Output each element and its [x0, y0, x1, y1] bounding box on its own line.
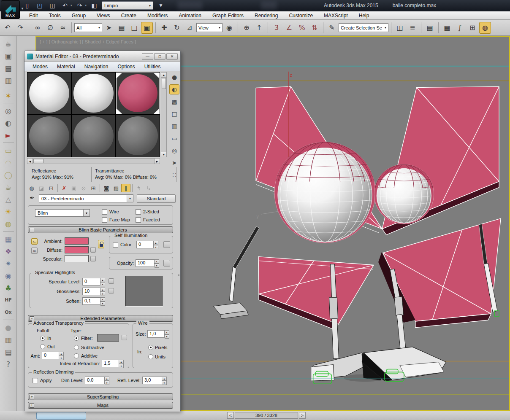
material-sample-slot-4[interactable]: [27, 115, 71, 157]
face-map-checkbox[interactable]: [102, 217, 107, 223]
glossiness-map-button[interactable]: [109, 288, 114, 293]
spin-down-icon[interactable]: ▼: [105, 381, 109, 385]
bind-to-space-warp-icon[interactable]: ≈: [57, 22, 69, 34]
sphere-primitive-icon[interactable]: ◯: [2, 169, 15, 181]
diffuse-map-button[interactable]: [90, 247, 96, 253]
material-editor-options-icon[interactable]: ◎: [169, 145, 179, 156]
minimize-button[interactable]: —: [142, 53, 153, 60]
material-editor-menu-options[interactable]: Options: [113, 63, 139, 70]
unlink-selection-icon[interactable]: ∅: [44, 22, 56, 34]
render-production-icon[interactable]: ☕: [2, 38, 15, 50]
material-editor-menu-material[interactable]: Material: [52, 63, 80, 70]
spin-up-icon[interactable]: ▲: [154, 241, 158, 245]
chevron-down-icon[interactable]: ▾: [219, 26, 220, 30]
menu-views[interactable]: Views: [91, 12, 116, 19]
amt-value[interactable]: 0: [42, 352, 59, 359]
hair-fur-icon[interactable]: HF: [2, 294, 15, 306]
material-id-channel-icon[interactable]: ◙: [102, 184, 111, 192]
spin-up-icon[interactable]: ▲: [100, 288, 105, 292]
scroll-thumb[interactable]: [33, 159, 43, 163]
wire-size-spinner[interactable]: 1,0 ▲▼: [147, 330, 169, 338]
application-menu-button[interactable]: MAX: [1, 0, 20, 19]
spin-down-icon[interactable]: ▼: [59, 356, 64, 360]
make-preview-icon[interactable]: ▭: [169, 133, 179, 143]
cone-primitive-icon[interactable]: △: [2, 193, 15, 205]
camera-dome-icon[interactable]: ◐: [2, 117, 15, 129]
dim-level-value[interactable]: 0,0: [85, 377, 105, 384]
collapse-icon[interactable]: -: [30, 228, 34, 232]
spreadsheet-icon[interactable]: ▦: [2, 334, 15, 346]
sample-vertical-scrollbar[interactable]: ▲ ▼: [161, 72, 167, 157]
menu-tools[interactable]: Tools: [43, 12, 66, 19]
undo-icon[interactable]: ↶: [2, 22, 14, 34]
specular-color-swatch[interactable]: [65, 255, 89, 262]
rock-icon[interactable]: ◉: [2, 269, 15, 282]
angle-snap-icon[interactable]: ∠: [283, 22, 295, 34]
space-warp-icon[interactable]: ✴: [2, 257, 15, 269]
amt-spinner[interactable]: 0 ▲▼: [42, 352, 64, 359]
chevron-down-icon[interactable]: ▾: [71, 4, 72, 7]
self-illumination-map-button[interactable]: [163, 241, 170, 248]
expand-icon[interactable]: +: [30, 395, 34, 399]
soften-value[interactable]: 0,1: [82, 297, 100, 305]
select-and-move-icon[interactable]: ✚: [158, 22, 170, 34]
wire-units-radio[interactable]: [148, 354, 153, 359]
opacity-value[interactable]: 100: [136, 259, 155, 267]
grass-icon[interactable]: ♣: [2, 282, 15, 294]
menu-rendering[interactable]: Rendering: [249, 12, 283, 19]
snaps-toggle-icon[interactable]: 3: [271, 22, 282, 34]
supersampling-rollout[interactable]: + SuperSampling: [28, 393, 173, 400]
select-and-link-icon[interactable]: ∞: [32, 22, 43, 34]
self-illumination-color-checkbox[interactable]: [113, 242, 118, 248]
spin-up-icon[interactable]: ▲: [119, 360, 124, 364]
wire-pixels-radio[interactable]: [148, 345, 153, 350]
scroll-thumb[interactable]: [162, 78, 166, 89]
menu-group[interactable]: Group: [66, 12, 91, 19]
chevron-down-icon[interactable]: ▾: [85, 4, 87, 7]
material-name-dropdown[interactable]: 03 - Predeterminado ▼: [39, 194, 133, 202]
spin-down-icon[interactable]: ▼: [100, 282, 105, 286]
workspace-dropdown[interactable]: Limpio▾: [102, 1, 153, 10]
sun-daylight-icon[interactable]: ☀: [2, 205, 15, 218]
schematic-view-icon[interactable]: ⊞: [467, 22, 478, 34]
specular-level-map-button[interactable]: [109, 278, 114, 284]
use-pivot-point-center-icon[interactable]: ◉: [223, 22, 235, 34]
sample-uv-tiling-icon[interactable]: □: [169, 109, 179, 119]
molecule-icon[interactable]: ❖: [2, 245, 15, 257]
shader-type-dropdown[interactable]: Blinn ▼: [35, 209, 90, 217]
spin-down-icon[interactable]: ▼: [100, 302, 105, 306]
video-camera-icon[interactable]: ►: [2, 129, 15, 141]
ox-tool-icon[interactable]: Ox: [2, 306, 15, 318]
plane-primitive-icon[interactable]: ▭: [2, 144, 15, 156]
undo-scene-icon[interactable]: ↶: [60, 1, 70, 10]
menu-help[interactable]: Help: [353, 12, 375, 19]
curve-editor-icon[interactable]: ∫: [454, 22, 466, 34]
chevron-down-icon[interactable]: ▾: [385, 26, 386, 30]
rendered-frame-window-icon[interactable]: ▤: [2, 62, 15, 74]
show-map-in-viewport-icon[interactable]: ▨: [111, 184, 121, 192]
self-illumination-value[interactable]: 0: [136, 241, 154, 248]
select-and-manipulate-icon[interactable]: ⊕: [241, 22, 252, 34]
scroll-left-icon[interactable]: ◀: [27, 159, 33, 164]
scroll-up-icon[interactable]: ▲: [161, 73, 166, 78]
ambient-diffuse-lock-button[interactable]: ⊂: [31, 238, 38, 245]
redo-icon[interactable]: ↷: [14, 22, 26, 34]
make-unique-icon[interactable]: ⊙: [79, 184, 88, 192]
current-frame-display[interactable]: 390 / 3328: [235, 412, 298, 419]
sample-horizontal-scrollbar[interactable]: ◀ ▶: [27, 158, 160, 164]
maximize-button[interactable]: □: [154, 53, 165, 60]
spin-up-icon[interactable]: ▲: [165, 330, 169, 334]
close-button[interactable]: ✕: [166, 53, 178, 60]
select-and-scale-icon[interactable]: ⊿: [184, 22, 195, 34]
scroll-down-icon[interactable]: ▼: [161, 152, 166, 157]
material-editor-menu-modes[interactable]: Modes: [28, 63, 52, 70]
background-icon[interactable]: ▩: [169, 97, 179, 107]
mirror-icon[interactable]: ◫: [394, 22, 406, 34]
spin-up-icon[interactable]: ▲: [100, 278, 105, 282]
ambient-color-swatch[interactable]: [65, 237, 89, 245]
redo-scene-icon[interactable]: ↷: [75, 1, 85, 10]
material-sample-slot-6[interactable]: [116, 115, 160, 157]
spin-up-icon[interactable]: ▲: [162, 377, 167, 381]
workspace-flyout-icon[interactable]: ▼: [156, 1, 166, 10]
diffuse-specular-lock-button[interactable]: ⊂: [31, 248, 38, 254]
